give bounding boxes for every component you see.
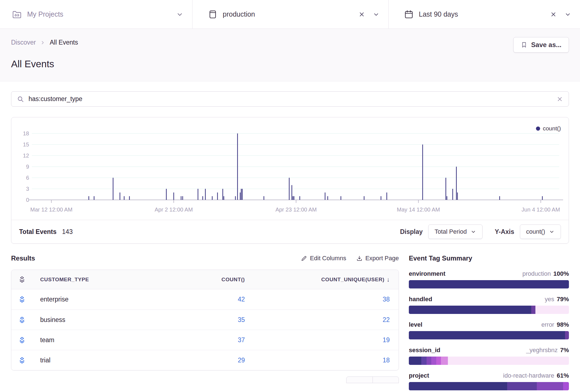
project-filter-chevron-icon[interactable] — [176, 11, 183, 18]
svg-text:6: 6 — [26, 175, 29, 181]
export-page-label: Export Page — [365, 255, 399, 262]
legend-dot-icon — [536, 127, 540, 131]
tag-distribution-bar[interactable] — [409, 382, 569, 390]
cell-count[interactable]: 35 — [173, 316, 245, 324]
breadcrumb-separator-icon — [40, 40, 45, 45]
column-header-customer-type[interactable]: CUSTOMER_TYPE — [32, 277, 173, 283]
tag-top-value: yes — [545, 296, 554, 303]
svg-text:9: 9 — [26, 164, 29, 170]
table-row: trial 29 18 — [11, 350, 399, 370]
tag-top-value: production — [522, 270, 551, 277]
svg-text:Apr 23 12:00 AM: Apr 23 12:00 AM — [275, 207, 317, 213]
yaxis-dropdown[interactable]: count() — [520, 225, 561, 239]
total-events-label: Total Events — [19, 228, 57, 236]
projects-folder-icon — [12, 9, 22, 20]
display-dropdown-value: Total Period — [435, 228, 467, 235]
environment-filter-clear-icon[interactable] — [358, 11, 365, 18]
export-page-button[interactable]: Export Page — [356, 255, 399, 262]
tag-distribution-bar[interactable] — [409, 331, 569, 339]
svg-text:Apr 2 12:00 AM: Apr 2 12:00 AM — [155, 207, 193, 213]
table-row: business 35 22 — [11, 310, 399, 330]
pagination — [346, 376, 399, 383]
pagination-next-button[interactable] — [373, 377, 399, 383]
date-range-filter[interactable]: Last 90 days — [389, 0, 580, 29]
breadcrumb-discover-link[interactable]: Discover — [11, 39, 36, 46]
cell-count-unique[interactable]: 19 — [383, 336, 390, 344]
environment-filter-chevron-icon[interactable] — [373, 11, 379, 18]
stack-icon[interactable] — [11, 296, 32, 303]
tag-name: handled — [409, 296, 432, 303]
stack-icon[interactable] — [11, 336, 32, 344]
tag-row-project: project ido-react-hardware 61% — [409, 372, 569, 390]
project-filter-label: My Projects — [27, 10, 63, 18]
display-dropdown[interactable]: Total Period — [428, 225, 483, 239]
stack-icon — [11, 276, 32, 283]
tag-percent: 98% — [557, 321, 569, 328]
search-clear-icon[interactable] — [556, 96, 563, 102]
table-row: team 37 19 — [11, 330, 399, 350]
tag-row-environment: environment production 100% — [409, 270, 569, 288]
save-as-button[interactable]: Save as... — [513, 37, 569, 53]
tag-row-handled: handled yes 79% — [409, 296, 569, 314]
sort-desc-icon: ↓ — [387, 276, 390, 283]
cell-count[interactable]: 42 — [173, 296, 245, 303]
pagination-prev-button[interactable] — [347, 377, 373, 383]
results-table: CUSTOMER_TYPE COUNT() COUNT_UNIQUE(USER)… — [11, 270, 399, 370]
results-table-header: CUSTOMER_TYPE COUNT() COUNT_UNIQUE(USER)… — [11, 270, 399, 289]
svg-text:15: 15 — [23, 141, 29, 148]
download-icon — [356, 255, 363, 262]
cell-count-unique[interactable]: 18 — [383, 357, 390, 364]
yaxis-label: Y-Axis — [495, 228, 514, 236]
svg-text:Jun 4 12:00 AM: Jun 4 12:00 AM — [522, 207, 560, 213]
display-label: Display — [400, 228, 423, 236]
svg-text:12: 12 — [23, 153, 29, 159]
cell-customer-type: enterprise — [32, 296, 173, 303]
event-tag-summary: Event Tag Summary environment production… — [409, 254, 569, 390]
total-events-value: 143 — [62, 228, 73, 236]
cell-customer-type: trial — [32, 357, 173, 364]
chevron-down-icon — [471, 229, 476, 234]
project-filter[interactable]: My Projects — [0, 0, 193, 29]
cell-customer-type: business — [32, 316, 173, 324]
search-bar[interactable] — [11, 91, 569, 107]
cell-count-unique[interactable]: 38 — [383, 296, 390, 303]
breadcrumb-current: All Events — [50, 39, 78, 46]
window-icon — [208, 9, 218, 19]
cell-count-unique[interactable]: 22 — [383, 316, 390, 324]
breadcrumb: Discover All Events — [11, 39, 569, 46]
svg-text:18: 18 — [23, 130, 29, 136]
date-filter-clear-icon[interactable] — [550, 11, 557, 18]
date-range-filter-label: Last 90 days — [419, 10, 458, 18]
page-header: Discover All Events Save as... All Event… — [0, 29, 580, 81]
cell-count[interactable]: 37 — [173, 336, 245, 344]
column-header-count-unique[interactable]: COUNT_UNIQUE(USER) ↓ — [245, 276, 399, 283]
tag-row-level: level error 98% — [409, 321, 569, 339]
tag-percent: 7% — [560, 347, 569, 354]
chevron-down-icon — [549, 229, 555, 234]
events-chart-panel: 0369121518Mar 12 12:00 AMApr 2 12:00 AMA… — [11, 117, 569, 244]
edit-columns-label: Edit Columns — [310, 255, 346, 262]
svg-text:Mar 12 12:00 AM: Mar 12 12:00 AM — [30, 207, 72, 213]
tag-distribution-bar[interactable] — [409, 357, 569, 365]
edit-columns-button[interactable]: Edit Columns — [301, 255, 346, 262]
search-input[interactable] — [29, 95, 556, 103]
events-chart: 0369121518Mar 12 12:00 AMApr 2 12:00 AMA… — [11, 117, 569, 220]
stack-icon[interactable] — [11, 357, 32, 364]
date-filter-chevron-icon[interactable] — [564, 11, 571, 18]
tag-distribution-bar[interactable] — [409, 306, 569, 314]
environment-filter[interactable]: production — [193, 0, 389, 29]
save-as-label: Save as... — [531, 41, 561, 49]
column-header-count[interactable]: COUNT() — [173, 277, 245, 283]
chart-legend[interactable]: count() — [536, 125, 561, 132]
cell-count[interactable]: 29 — [173, 357, 245, 364]
bookmark-icon — [521, 42, 527, 48]
stack-icon[interactable] — [11, 316, 32, 324]
column-header-count-unique-label: COUNT_UNIQUE(USER) — [321, 277, 384, 283]
tag-distribution-bar[interactable] — [409, 280, 569, 288]
tag-percent: 61% — [557, 372, 569, 379]
tag-percent: 79% — [557, 296, 569, 303]
tag-name: level — [409, 321, 422, 328]
chart-footer: Total Events 143 Display Total Period Y-… — [11, 220, 569, 243]
tag-summary-heading: Event Tag Summary — [409, 254, 472, 262]
pencil-icon — [301, 255, 307, 262]
